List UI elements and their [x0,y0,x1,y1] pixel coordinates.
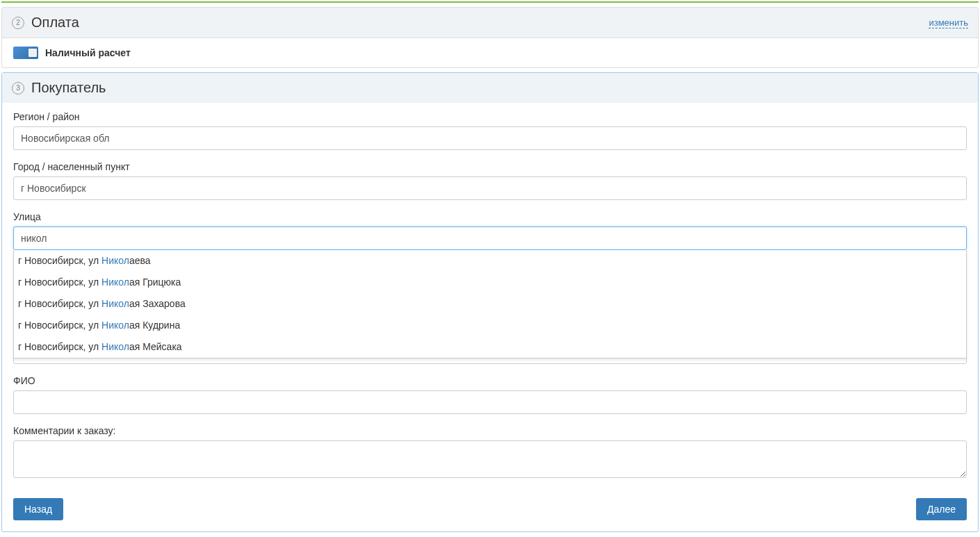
city-input[interactable] [13,176,967,200]
comment-textarea[interactable] [13,440,967,478]
step-number-3: 3 [12,82,24,94]
footer-row: Назад Далее [2,488,978,531]
back-button[interactable]: Назад [13,498,63,520]
street-input[interactable] [13,226,967,250]
buyer-title: Покупатель [31,80,106,96]
payment-title: Оплата [31,15,79,31]
payment-body: Наличный расчет [2,38,978,67]
fio-label: ФИО [13,375,967,386]
autocomplete-item[interactable]: г Новосибирск, ул Николая Кудрина [14,315,966,336]
change-payment-link[interactable]: изменить [929,17,968,28]
buyer-panel: 3 Покупатель Регион / район Город / насе… [1,72,979,532]
top-accent-line [1,1,979,3]
payment-method-label: Наличный расчет [45,47,131,58]
payment-header: 2 Оплата изменить [2,8,978,38]
fio-input[interactable] [13,390,967,414]
buyer-form: Регион / район Город / населенный пункт … [2,103,978,488]
comment-label: Комментарии к заказу: [13,425,967,436]
street-autocomplete-dropdown: г Новосибирск, ул Николаеваг Новосибирск… [13,250,967,358]
step-number-2: 2 [12,17,24,29]
region-input[interactable] [13,126,967,150]
street-label: Улица [13,211,967,222]
region-label: Регион / район [13,111,967,122]
next-button[interactable]: Далее [916,498,967,520]
buyer-header: 3 Покупатель [2,73,978,103]
autocomplete-item[interactable]: г Новосибирск, ул Николая Мейсака [14,336,966,358]
autocomplete-item[interactable]: г Новосибирск, ул Николая Захарова [14,293,966,315]
cash-icon [13,47,38,59]
city-label: Город / населенный пункт [13,161,967,172]
autocomplete-item[interactable]: г Новосибирск, ул Николая Грицюка [14,272,966,293]
autocomplete-item[interactable]: г Новосибирск, ул Николаева [14,250,966,272]
payment-panel: 2 Оплата изменить Наличный расчет [1,7,979,68]
